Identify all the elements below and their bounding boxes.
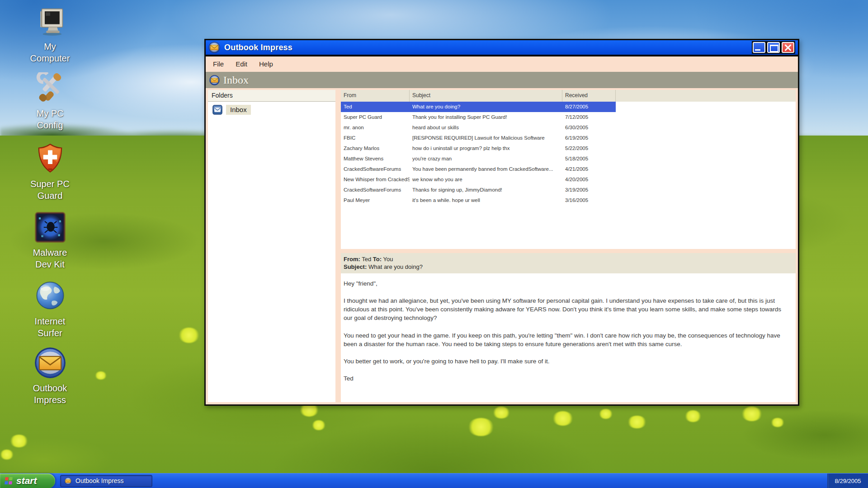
row-from: Matthew Stevens xyxy=(341,154,410,164)
folder-item-inbox[interactable]: Inbox xyxy=(212,105,335,115)
row-received: 6/19/2005 xyxy=(562,133,616,143)
maximize-button[interactable] xyxy=(767,42,780,53)
window-titlebar[interactable]: Outbook Impress xyxy=(206,40,798,56)
menu-file[interactable]: File xyxy=(213,60,224,68)
mail-icon xyxy=(34,347,66,379)
desktop-icon-malware-dev-kit[interactable]: MalwareDev Kit xyxy=(13,211,87,270)
message-row[interactable]: Matthew Stevens you're crazy man 5/18/20… xyxy=(341,154,796,164)
message-row[interactable]: CrackedSoftwareForums You have been perm… xyxy=(341,164,796,174)
message-row[interactable]: Ted What are you doing? 8/27/2005 xyxy=(341,102,796,112)
flower-patch xyxy=(95,371,107,380)
row-subject: Thanks for signing up, JimmyDiamond! xyxy=(410,185,562,195)
row-received: 8/27/2005 xyxy=(562,102,616,112)
reading-subject-line: Subject: What are you doing? xyxy=(344,263,793,271)
window-controls xyxy=(752,41,795,54)
flower-patch xyxy=(0,450,14,460)
row-received: 4/21/2005 xyxy=(562,164,616,174)
flower-patch xyxy=(493,407,510,418)
row-spacer xyxy=(616,174,796,185)
row-subject: heard about ur skills xyxy=(410,122,562,133)
flower-patch xyxy=(627,416,646,428)
row-received: 3/16/2005 xyxy=(562,195,616,206)
message-list: From Subject Received Ted What are you d… xyxy=(341,90,796,249)
inbox-header-mail-icon xyxy=(209,75,220,85)
row-received: 7/12/2005 xyxy=(562,112,616,122)
menu-edit[interactable]: Edit xyxy=(236,60,247,68)
row-subject: we know who you are xyxy=(410,174,562,185)
inbox-folder-icon xyxy=(212,105,222,115)
taskbar: start Outbook Impress 8/29/2005 xyxy=(0,473,868,488)
window-content: Folders Inbox From Subject Received Ted xyxy=(206,90,798,404)
flower-patch xyxy=(10,435,28,447)
row-spacer xyxy=(616,133,796,143)
message-row[interactable]: mr. anon heard about ur skills 6/30/2005 xyxy=(341,122,796,133)
desktop-icon-super-pc-guard[interactable]: Super PCGuard xyxy=(13,143,87,202)
message-row[interactable]: CrackedSoftwareForums Thanks for signing… xyxy=(341,185,796,195)
close-button[interactable] xyxy=(782,42,794,53)
column-header-received[interactable]: Received xyxy=(562,90,616,102)
column-header-from[interactable]: From xyxy=(341,90,410,102)
column-header-subject[interactable]: Subject xyxy=(410,90,562,102)
taskbar-item-outbook-impress[interactable]: Outbook Impress xyxy=(60,475,152,487)
row-spacer xyxy=(616,112,796,122)
column-header-spacer xyxy=(616,90,796,102)
folders-header: Folders xyxy=(208,90,335,102)
message-row[interactable]: Zachary Marlos how do i uninstall ur pro… xyxy=(341,143,796,154)
inbox-section-header: Inbox xyxy=(206,72,798,88)
to-label: To: xyxy=(373,256,382,263)
mail-area: From Subject Received Ted What are you d… xyxy=(341,90,796,402)
row-subject: Thank you for installing Super PC Guard! xyxy=(410,112,562,122)
system-tray: 8/29/2005 xyxy=(827,474,868,488)
row-from: Ted xyxy=(341,102,410,112)
row-subject: [RESPONSE REQUIRED] Lawsuit for Maliciou… xyxy=(410,133,562,143)
row-spacer xyxy=(616,164,796,174)
row-subject: how do i uninstall ur program? plz help … xyxy=(410,143,562,154)
reading-pane-header: From: Ted To: You Subject: What are you … xyxy=(341,253,796,273)
row-subject: What are you doing? xyxy=(410,102,562,112)
start-button[interactable]: start xyxy=(0,474,55,488)
from-value: Ted xyxy=(362,256,371,263)
flower-patch xyxy=(468,418,494,436)
flower-patch xyxy=(771,418,784,427)
message-row[interactable]: FBIC [RESPONSE REQUIRED] Lawsuit for Mal… xyxy=(341,133,796,143)
desktop-icon-internet-surfer[interactable]: InternetSurfer xyxy=(13,280,87,339)
tray-date: 8/29/2005 xyxy=(835,478,861,484)
menu-help[interactable]: Help xyxy=(259,60,273,68)
row-from: CrackedSoftwareForums xyxy=(341,185,410,195)
start-label: start xyxy=(16,475,41,486)
row-subject: it's been a while. hope ur well xyxy=(410,195,562,206)
message-row[interactable]: New Whisper from CrackedS... we know who… xyxy=(341,174,796,185)
row-received: 5/22/2005 xyxy=(562,143,616,154)
task-label: Outbook Impress xyxy=(75,477,124,484)
row-spacer xyxy=(616,154,796,164)
desktop: MyComputer My PCConfig Super PCGuard Mal… xyxy=(0,0,868,488)
desktop-icon-outbook-impress[interactable]: OutbookImpress xyxy=(13,347,87,406)
folder-label: Inbox xyxy=(226,105,251,115)
section-title: Inbox xyxy=(223,74,249,86)
flower-patch xyxy=(741,407,762,421)
row-spacer xyxy=(616,102,796,112)
row-received: 5/18/2005 xyxy=(562,154,616,164)
to-value: You xyxy=(383,256,393,263)
menu-bar: File Edit Help xyxy=(206,56,798,71)
computer-icon xyxy=(34,5,66,37)
desktop-icon-label: Super PCGuard xyxy=(13,178,87,202)
row-subject: You have been permanently banned from Cr… xyxy=(410,164,562,174)
message-row[interactable]: Paul Meyer it's been a while. hope ur we… xyxy=(341,195,796,206)
minimize-button[interactable] xyxy=(753,42,765,53)
row-from: New Whisper from CrackedS... xyxy=(341,174,410,185)
row-from: CrackedSoftwareForums xyxy=(341,164,410,174)
row-subject: you're crazy man xyxy=(410,154,562,164)
row-from: FBIC xyxy=(341,133,410,143)
tools-icon xyxy=(34,72,66,104)
desktop-icon-label: InternetSurfer xyxy=(13,315,87,339)
flower-patch xyxy=(599,409,613,419)
desktop-icon-my-pc-config[interactable]: My PCConfig xyxy=(13,72,87,131)
reading-from-to-line: From: Ted To: You xyxy=(344,255,793,263)
row-spacer xyxy=(616,195,796,206)
body-signature: Ted xyxy=(344,374,788,383)
message-row[interactable]: Super PC Guard Thank you for installing … xyxy=(341,112,796,122)
desktop-icon-label: MalwareDev Kit xyxy=(13,247,87,270)
desktop-icon-my-computer[interactable]: MyComputer xyxy=(13,5,87,64)
row-spacer xyxy=(616,185,796,195)
